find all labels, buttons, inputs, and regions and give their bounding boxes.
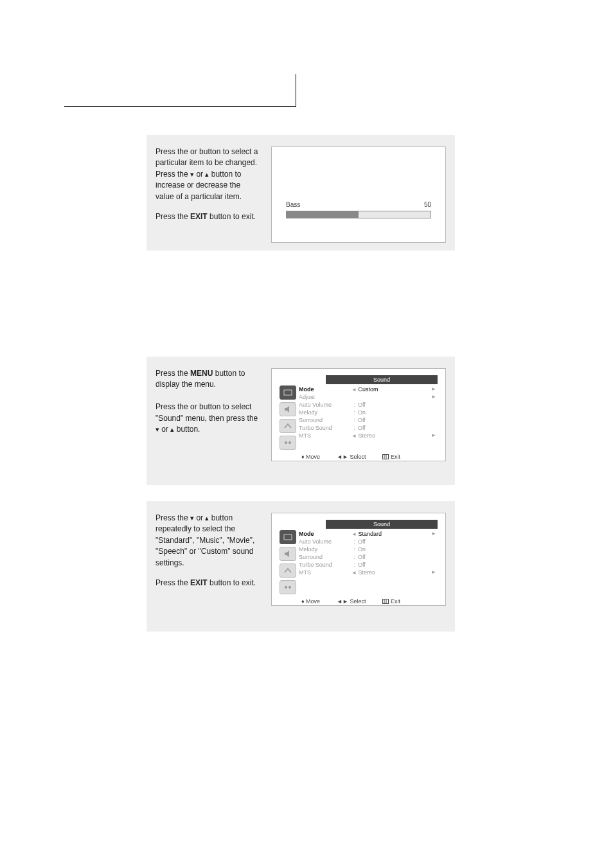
page: Press the or button to select a particul… [0, 0, 613, 868]
osd-item: Auto Volume:Off [299, 401, 438, 409]
svg-rect-11 [383, 599, 389, 604]
osd-item: Turbo Sound:Off [299, 424, 438, 432]
osd-title: Sound [326, 375, 438, 384]
channel-icon [280, 419, 296, 433]
tv-screen-menu-1: Sound Mode◄ Custom►Adjust►Auto Volume:Of… [271, 368, 446, 461]
svg-point-9 [285, 586, 287, 589]
bass-slider-box: Bass 50 [286, 201, 431, 218]
text: Press the [155, 170, 190, 179]
footer-exit: Exit [382, 598, 400, 605]
osd-item: Mode◄ Standard► [299, 530, 438, 538]
step-text-1: Press the or button to select a particul… [155, 146, 258, 239]
osd: Sound Mode◄ Custom►Adjust►Auto Volume:Of… [280, 375, 438, 454]
osd-sidebar [280, 385, 295, 450]
text: or [196, 170, 205, 179]
sound-icon [280, 402, 296, 416]
osd-footer: ♦ Move ◄► Select Exit [280, 594, 438, 605]
tv-screen-menu-2: Sound Mode◄ Standard►Auto Volume:OffMelo… [271, 513, 446, 606]
screen-col: Sound Mode◄ Standard►Auto Volume:OffMelo… [271, 513, 446, 620]
text: or [161, 425, 170, 434]
tv-screen-bass: Bass 50 [271, 146, 446, 243]
setup-icon [280, 436, 296, 450]
osd-item: Melody:On [299, 409, 438, 416]
text: Press the [155, 578, 190, 587]
bass-label: Bass [286, 201, 300, 208]
osd-sidebar [280, 530, 295, 594]
osd-item: MTS◄ Stereo► [299, 569, 438, 576]
up-arrow-icon: ▴ [170, 425, 174, 433]
text: Press the [155, 212, 190, 221]
osd-item: Adjust► [299, 393, 438, 401]
exit-bold: EXIT [190, 578, 208, 587]
text: Press the [155, 513, 190, 522]
osd-item: Auto Volume:Off [299, 538, 438, 545]
exit-bold: EXIT [190, 212, 208, 221]
text: Press the [155, 369, 190, 378]
screen-col: Bass 50 [271, 146, 446, 239]
bass-slider-fill [287, 211, 359, 218]
up-arrow-icon: ▴ [205, 514, 209, 522]
footer-exit: Exit [382, 454, 400, 460]
up-arrow-icon: ▴ [205, 170, 209, 178]
text: button to exit. [209, 578, 256, 587]
svg-marker-1 [285, 406, 289, 412]
svg-point-10 [289, 586, 291, 589]
menu-bold: MENU [190, 369, 213, 378]
text: or [190, 147, 199, 156]
screen-col: Sound Mode◄ Custom►Adjust►Auto Volume:Of… [271, 368, 446, 474]
step-row-1: Press the or button to select a particul… [147, 135, 455, 251]
footer-move: ♦ Move [301, 454, 320, 460]
osd: Sound Mode◄ Standard►Auto Volume:OffMelo… [280, 520, 438, 599]
osd-item: Melody:On [299, 545, 438, 553]
text: or [190, 402, 199, 411]
osd-item: Mode◄ Custom► [299, 385, 438, 393]
text: or [196, 513, 205, 522]
svg-marker-8 [285, 551, 289, 557]
sound-icon [280, 547, 296, 561]
footer-move: ♦ Move [301, 598, 320, 605]
osd-list-1: Mode◄ Custom►Adjust►Auto Volume:OffMelod… [299, 385, 438, 450]
text: Press the [155, 147, 190, 156]
svg-rect-7 [284, 535, 292, 540]
bass-slider [286, 211, 431, 218]
svg-point-2 [285, 441, 287, 444]
setup-icon [280, 580, 296, 594]
osd-footer: ♦ Move ◄► Select Exit [280, 450, 438, 460]
title-box [64, 74, 296, 107]
osd-body: Mode◄ Custom►Adjust►Auto Volume:OffMelod… [280, 385, 438, 450]
down-arrow-icon: ▾ [190, 514, 194, 522]
bass-row: Bass 50 [286, 201, 431, 208]
footer-select: ◄► Select [337, 598, 366, 605]
text: button to exit. [209, 212, 256, 221]
osd-item: Surround:Off [299, 553, 438, 561]
osd-item: MTS◄ Stereo► [299, 432, 438, 439]
svg-rect-4 [383, 455, 389, 459]
svg-rect-0 [284, 390, 292, 395]
exit-text: Press the EXIT button to exit. [155, 578, 258, 589]
bass-value: 50 [424, 201, 431, 208]
osd-item: Surround:Off [299, 416, 438, 424]
down-arrow-icon: ▾ [155, 425, 159, 433]
text: button. [177, 425, 200, 434]
osd-title: Sound [326, 520, 438, 529]
osd-body: Mode◄ Standard►Auto Volume:OffMelody:OnS… [280, 530, 438, 594]
footer-select: ◄► Select [337, 454, 366, 460]
svg-point-3 [289, 441, 291, 444]
exit-text: Press the EXIT button to exit. [155, 211, 258, 222]
step-text-3: Press the ▾ or ▴ button repeatedly to se… [155, 513, 258, 620]
step-text-2: Press the MENU button to display the men… [155, 368, 258, 474]
step-row-2: Press the MENU button to display the men… [147, 357, 455, 485]
picture-icon [280, 385, 296, 400]
osd-list-2: Mode◄ Standard►Auto Volume:OffMelody:OnS… [299, 530, 438, 594]
down-arrow-icon: ▾ [190, 170, 194, 178]
picture-icon [280, 530, 296, 544]
text: Press the [155, 402, 190, 411]
osd-item: Turbo Sound:Off [299, 561, 438, 569]
step-row-3: Press the ▾ or ▴ button repeatedly to se… [147, 501, 455, 632]
channel-icon [280, 563, 296, 578]
